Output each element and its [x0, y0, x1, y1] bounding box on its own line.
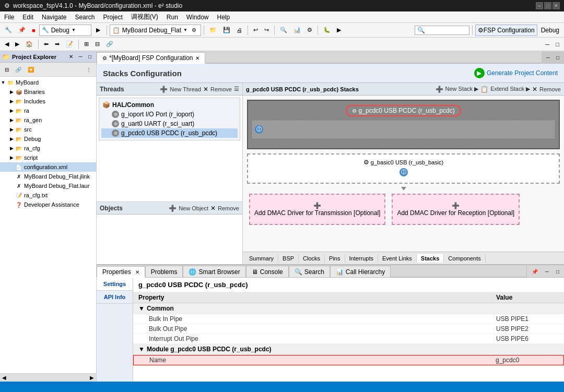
menu-view[interactable]: 调视图(V)	[127, 11, 162, 22]
menu-search[interactable]: Search	[70, 13, 99, 22]
minimize-panel-btn[interactable]: ─	[76, 53, 85, 61]
remove-thread-btn[interactable]: Remove	[210, 86, 232, 92]
new-object-btn[interactable]: New Object	[179, 205, 208, 211]
close-panel-btn[interactable]: ✕	[67, 53, 75, 61]
tab-components[interactable]: Components	[444, 254, 485, 263]
bottom-panel-pin-btn[interactable]: 📌	[529, 266, 540, 277]
tab-pins[interactable]: Pins	[325, 254, 345, 263]
pcdc0-stack-block[interactable]: ⚙ g_pcdc0 USB PCDC (r_usb_pcdc) ⓘ	[247, 100, 560, 149]
fsp-tab-close[interactable]: ✕	[195, 55, 199, 61]
tree-item-ra-gen[interactable]: ▶ 📂 ra_gen	[0, 115, 96, 125]
collapse-tree-btn[interactable]: ⊟	[2, 64, 11, 75]
maximize-button[interactable]: □	[544, 2, 551, 9]
link-btn[interactable]: 🔗	[103, 39, 116, 50]
add-dmac-rx-block[interactable]: ➕ Add DMAC Driver for Reception [Optiona…	[392, 194, 520, 225]
bottom-panel-minimize-btn[interactable]: ─	[543, 266, 551, 277]
tab-minimize-btn[interactable]: ─	[544, 52, 553, 63]
hal-item-ioport[interactable]: ⚙ g_ioport I/O Port (r_ioport)	[101, 110, 238, 119]
tree-item-laur[interactable]: ✗ MyBoard Debug_Flat.laur	[0, 181, 96, 191]
fwd-btn[interactable]: ▶	[13, 39, 22, 50]
debug-view-btn[interactable]: Debug	[538, 25, 562, 36]
home-btn[interactable]: 🏠	[23, 39, 36, 50]
toolbar-btn-9[interactable]: 📊	[291, 25, 303, 36]
toolbar-btn-12[interactable]: ▶	[334, 25, 344, 36]
menu-edit[interactable]: Edit	[18, 13, 38, 22]
title-bar-controls[interactable]: ─ □ ✕	[536, 2, 560, 9]
toolbar-btn-stop[interactable]: ■	[29, 25, 38, 36]
menu-window[interactable]: Window	[182, 13, 213, 22]
back-btn[interactable]: ◀	[2, 39, 11, 50]
search-input[interactable]	[425, 27, 467, 33]
tree-item-debug[interactable]: ▶ 📂 Debug	[0, 134, 96, 144]
tab-interrupts[interactable]: Interrupts	[345, 254, 378, 263]
toolbar-btn-2[interactable]: 📌	[16, 25, 28, 36]
generate-project-btn[interactable]: ▶ Generate Project Content	[474, 68, 558, 78]
last-edit-btn[interactable]: 📝	[63, 39, 76, 50]
collapse-all-btn[interactable]: ⊟	[92, 39, 102, 50]
props-row-int-out[interactable]: Interrupt Out Pipe USB PIPE6	[133, 334, 564, 344]
tab-maximize-btn[interactable]: □	[554, 52, 562, 63]
bottom-panel-maximize-btn[interactable]: □	[554, 266, 562, 277]
menu-file[interactable]: File	[0, 13, 18, 22]
console-tab[interactable]: 🖥 Console	[246, 266, 289, 277]
toolbar-btn-run[interactable]: ▶	[92, 25, 104, 36]
settings-sidebar-btn[interactable]: Settings	[97, 278, 133, 291]
menu-run[interactable]: Run	[162, 13, 182, 22]
toolbar-btn-3[interactable]: 📁	[207, 25, 219, 36]
new-thread-btn[interactable]: New Thread	[170, 86, 201, 92]
toolbar-btn-7[interactable]: ↪	[262, 25, 272, 36]
tree-item-jlink[interactable]: ✗ MyBoard Debug_Flat.jlink	[0, 172, 96, 181]
search-tab[interactable]: 🔍 Search	[289, 266, 330, 277]
fsp-config-btn[interactable]: ⚙ FSP Configuration	[475, 25, 537, 36]
call-hierarchy-tab[interactable]: 📊 Call Hierarchy	[330, 266, 391, 277]
menu-project[interactable]: Project	[99, 13, 126, 22]
toolbar-btn-4[interactable]: 💾	[220, 25, 233, 36]
minimize-view-btn[interactable]: ─	[543, 39, 553, 50]
tree-item-includes[interactable]: ▶ 📂 Includes	[0, 97, 96, 106]
tab-event-links[interactable]: Event Links	[378, 254, 417, 263]
filter-btn[interactable]: 🔽	[25, 64, 37, 75]
props-tab-close[interactable]: ✕	[135, 269, 139, 275]
threads-menu-btn[interactable]: ☰	[234, 86, 239, 92]
props-row-bulk-in[interactable]: Bulk In Pipe USB PIPE1	[133, 314, 564, 324]
sidebar-scroll-bar[interactable]: ◀ ▶	[0, 373, 96, 382]
expand-all-btn[interactable]: ⊞	[81, 39, 91, 50]
smart-browser-tab[interactable]: 🌐 Smart Browser	[183, 266, 245, 277]
api-info-sidebar-btn[interactable]: API Info	[97, 291, 133, 304]
toolbar-btn-11[interactable]: 🐛	[321, 25, 333, 36]
scroll-right-btn[interactable]: ▶	[90, 375, 94, 381]
hal-item-uart[interactable]: ⚙ g_uart0 UART (r_sci_uart)	[101, 119, 238, 128]
close-button[interactable]: ✕	[553, 2, 560, 9]
menu-help[interactable]: Help	[213, 13, 234, 22]
menu-navigate[interactable]: Navigate	[38, 13, 70, 22]
tab-stacks[interactable]: Stacks	[417, 254, 444, 263]
explorer-menu-btn[interactable]: ⋮	[84, 64, 94, 75]
tree-item-script[interactable]: ▶ 📂 script	[0, 153, 96, 162]
toolbar-btn-1[interactable]: 🔧	[2, 25, 15, 36]
toolbar-btn-8[interactable]: 🔍	[277, 25, 290, 36]
minimize-button[interactable]: ─	[536, 2, 543, 9]
link-editor-btn[interactable]: 🔗	[13, 64, 24, 75]
tab-bsp[interactable]: BSP	[278, 254, 299, 263]
toolbar-btn-6[interactable]: ↩	[251, 25, 261, 36]
toolbar-btn-5[interactable]: 🖨	[234, 25, 245, 36]
tree-item-ra[interactable]: ▶ 📂 ra	[0, 106, 96, 115]
fsp-config-tab[interactable]: ⚙ *[MyBoard] FSP Configuration ✕	[97, 52, 205, 64]
scroll-left-btn[interactable]: ◀	[2, 375, 6, 381]
prev-btn[interactable]: ⬅	[41, 39, 51, 50]
hal-item-pcdc[interactable]: ⚙ g_pcdc0 USB PCDC (r_usb_pcdc)	[101, 128, 238, 138]
usb-basic-block[interactable]: ⚙ g_basic0 USB (r_usb_basic) ⓘ	[247, 153, 560, 184]
new-stack-btn[interactable]: New Stack ▶	[445, 86, 479, 92]
maximize-view-btn[interactable]: □	[553, 39, 562, 50]
config-settings-btn[interactable]: ⚙	[190, 25, 198, 36]
next-btn[interactable]: ➡	[52, 39, 62, 50]
tree-item-dev-assist[interactable]: ❓ Developer Assistance	[0, 200, 96, 209]
tree-item-myboard[interactable]: ▼ 📁 MyBoard	[0, 78, 96, 87]
config-dropdown[interactable]: 📋 MyBoard Debug_Flat ▼ ⚙	[110, 25, 201, 36]
props-row-bulk-out[interactable]: Bulk Out Pipe USB PIPE2	[133, 324, 564, 334]
problems-tab[interactable]: Problems	[145, 266, 183, 277]
properties-tab[interactable]: Properties ✕	[97, 266, 145, 278]
tree-item-ra-cfg-txt[interactable]: 📝 ra_cfg.txt	[0, 191, 96, 200]
remove-stack-btn[interactable]: Remove	[539, 86, 561, 92]
props-row-name[interactable]: Name g_pcdc0	[133, 355, 564, 365]
